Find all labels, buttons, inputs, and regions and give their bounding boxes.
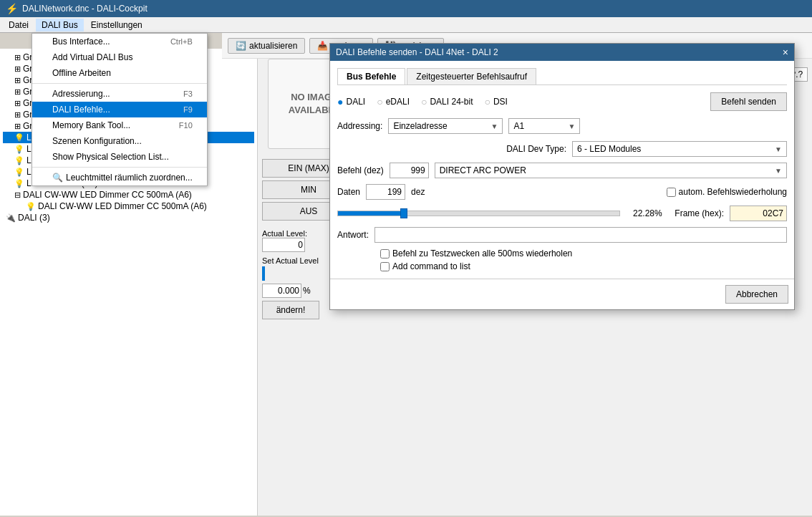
repeat-checkbox-label[interactable]: Befehl zu Testzwecken alle 500ms wiederh…: [380, 248, 572, 258]
dev-type-row: DALI Dev Type: 6 - LED Modules ▼: [337, 141, 787, 157]
radio-dsi[interactable]: ○ DSI: [484, 96, 507, 107]
title-text: DALINetwork.dnc - DALI-Cockpit: [22, 4, 148, 14]
dialog-body: Bus Befehle Zeitgesteuerter Befehlsaufru…: [330, 61, 794, 279]
app-icon: ⚡: [6, 3, 18, 14]
search-icon: 🔍: [52, 173, 63, 183]
percent-sign: %: [303, 286, 311, 296]
menu-memory-bank[interactable]: Memory Bank Tool... F10: [32, 117, 207, 133]
daten-label: Daten: [337, 187, 360, 197]
daten-unit: dez: [411, 187, 425, 197]
group-icon: ⊞: [14, 76, 21, 85]
chevron-down-icon: ▼: [775, 145, 782, 153]
menu-dalibu[interactable]: DALI Bus: [36, 19, 84, 32]
slider-row: 22.28% Frame (hex):: [337, 206, 787, 221]
dialog-footer: Abbrechen: [330, 279, 794, 309]
command-row: Befehl (dez) DIRECT ARC POWER ▼: [337, 163, 787, 178]
daten-input[interactable]: [366, 184, 405, 200]
menu-bus-interface[interactable]: Bus Interface... Ctrl+B: [32, 34, 207, 49]
menu-einstellungen[interactable]: Einstellungen: [85, 19, 148, 32]
bulb-icon: 💡: [14, 156, 24, 165]
antwort-label: Antwort:: [337, 230, 369, 240]
menu-leuchtmittel[interactable]: 🔍 Leuchtmittel räumlich zuordnen...: [32, 170, 207, 185]
addressing-select[interactable]: Einzeladresse ▼: [388, 118, 503, 134]
bulb-icon: 💡: [14, 133, 24, 142]
change-btn[interactable]: ändern!: [262, 301, 319, 319]
radio-edali[interactable]: ○ eDALI: [377, 96, 410, 107]
actual-value[interactable]: 0: [262, 238, 305, 252]
tree-item-dali3[interactable]: 🔌DALI (3): [3, 212, 254, 223]
refresh-icon: 🔄: [236, 41, 246, 51]
tab-zeitgesteuert[interactable]: Zeitgesteuerter Befehlsaufruf: [407, 68, 536, 84]
dali-dialog: DALI Befehle senden - DALI 4Net - DALI 2…: [329, 43, 795, 310]
aktualisieren-btn[interactable]: 🔄 aktualisieren: [228, 38, 305, 54]
bulb-icon: 💡: [14, 168, 24, 177]
auto-repeat-checkbox-label[interactable]: autom. Befehlswiederholung: [667, 187, 787, 197]
percent-input[interactable]: [262, 284, 301, 298]
menu-szenen[interactable]: Szenen Konfiguration...: [32, 133, 207, 149]
level-indicator: [262, 266, 265, 281]
menu-offline[interactable]: Offline Arbeiten: [32, 65, 207, 81]
group-icon: ⊞: [14, 53, 21, 62]
dialog-close-btn[interactable]: ×: [783, 47, 788, 58]
plug-icon: 🔌: [6, 213, 16, 223]
befehl-label: Befehl (dez): [337, 165, 384, 175]
dalibu-dropdown: Bus Interface... Ctrl+B Add Virtual DALI…: [32, 33, 208, 186]
add-cmd-checkbox[interactable]: [380, 262, 390, 271]
menu-bar: Datei DALI Bus Einstellungen: [0, 17, 812, 33]
auto-repeat-checkbox[interactable]: [667, 188, 676, 197]
group-icon: ⊞: [14, 87, 21, 97]
menu-dali-befehle[interactable]: DALI Befehle... F9: [32, 102, 207, 117]
dialog-title: DALI Befehle senden - DALI 4Net - DALI 2: [336, 47, 498, 57]
tab-bus-befehle[interactable]: Bus Befehle: [337, 68, 405, 84]
befehl-input[interactable]: [390, 163, 429, 178]
menu-datei[interactable]: Datei: [3, 19, 34, 32]
chevron-down-icon: ▼: [775, 167, 782, 175]
slider-track[interactable]: [337, 211, 620, 216]
slider-fill: [338, 211, 400, 216]
slider-thumb[interactable]: [400, 208, 407, 218]
tree-item-dimmer-child[interactable]: 💡DALI CW-WW LED Dimmer CC 500mA (A6): [3, 200, 254, 212]
add-cmd-checkbox-label[interactable]: Add command to list: [380, 261, 470, 271]
read-icon: 📥: [317, 41, 328, 51]
frame-input[interactable]: [730, 206, 787, 221]
addressing-label: Addressing:: [337, 121, 382, 131]
group-icon: ⊞: [14, 64, 21, 74]
group-icon: ⊞: [14, 110, 21, 120]
dev-type-select[interactable]: 6 - LED Modules ▼: [572, 141, 787, 157]
group-icon: ⊞: [14, 122, 21, 131]
send-btn[interactable]: Befehl senden: [710, 92, 787, 111]
antwort-row: Antwort:: [337, 227, 787, 243]
menu-adressierung[interactable]: Adressierung... F3: [32, 86, 207, 102]
radio-dali[interactable]: ● DALI: [337, 96, 365, 107]
percent-display: 22.28%: [626, 208, 669, 218]
abbrechen-btn[interactable]: Abbrechen: [725, 285, 788, 304]
collapse-icon: ⊟: [14, 190, 21, 200]
separator-2: [32, 167, 207, 168]
radio-dali24[interactable]: ○ DALI 24-bit: [421, 96, 473, 107]
checkbox-section: Befehl zu Testzwecken alle 500ms wiederh…: [380, 248, 787, 271]
menu-add-virtual[interactable]: Add Virtual DALI Bus: [32, 49, 207, 65]
title-bar: ⚡ DALINetwork.dnc - DALI-Cockpit: [0, 0, 812, 17]
menu-physical-list[interactable]: Show Physical Selection List...: [32, 149, 207, 165]
bulb-icon: 💡: [14, 179, 24, 188]
chevron-down-icon: ▼: [568, 122, 575, 130]
group-icon: ⊞: [14, 99, 21, 108]
address-select[interactable]: A1 ▼: [508, 118, 580, 134]
dialog-tabs: Bus Befehle Zeitgesteuerter Befehlsaufru…: [337, 68, 787, 85]
dialog-titlebar: DALI Befehle senden - DALI 4Net - DALI 2…: [330, 44, 794, 61]
antwort-input[interactable]: [374, 227, 787, 243]
repeat-checkbox[interactable]: [380, 249, 390, 258]
chevron-down-icon: ▼: [490, 122, 498, 130]
radio-row: ● DALI ○ eDALI ○ DALI 24-bit ○ DSI: [337, 96, 508, 107]
separator-1: [32, 83, 207, 84]
bulb-icon: 💡: [26, 202, 36, 211]
data-row: Daten dez autom. Befehlswiederholung: [337, 184, 787, 200]
frame-label: Frame (hex):: [675, 208, 724, 218]
bulb-icon: 💡: [14, 145, 24, 154]
addressing-row: Addressing: Einzeladresse ▼ A1 ▼: [337, 118, 787, 134]
tree-item-dimmer[interactable]: ⊟DALI CW-WW LED Dimmer CC 500mA (A6): [3, 189, 254, 200]
command-select[interactable]: DIRECT ARC POWER ▼: [435, 163, 787, 178]
dev-type-label: DALI Dev Type:: [506, 144, 566, 154]
